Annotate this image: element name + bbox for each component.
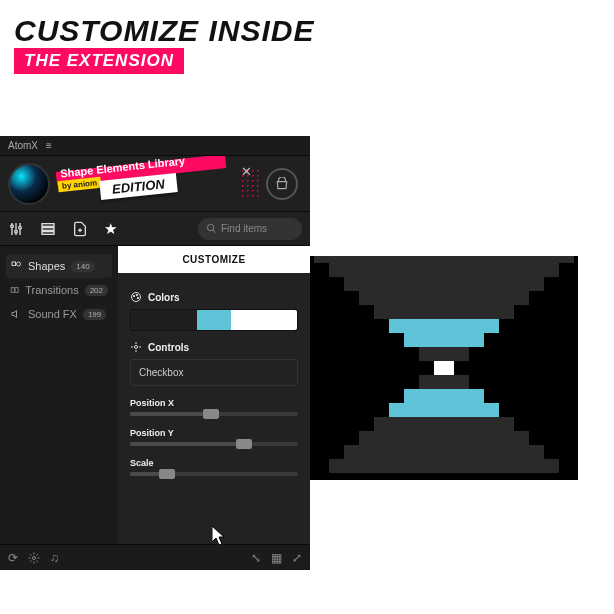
refresh-icon[interactable]: ⟳ — [8, 551, 18, 565]
window-titlebar: AtomX ≡ — [0, 136, 310, 156]
color-swatch[interactable] — [231, 310, 264, 330]
gear-icon[interactable] — [28, 552, 40, 564]
search-icon — [206, 223, 217, 234]
svg-rect-8 — [42, 231, 54, 234]
transitions-icon — [10, 284, 19, 296]
color-swatch[interactable] — [131, 310, 164, 330]
svg-point-20 — [136, 294, 138, 296]
favorites-icon[interactable]: ★ — [104, 220, 117, 238]
color-swatch[interactable] — [197, 310, 230, 330]
svg-point-3 — [11, 225, 14, 228]
slider-position-x: Position X — [130, 398, 298, 416]
close-icon[interactable]: ✕ — [241, 164, 252, 179]
svg-point-14 — [17, 262, 21, 266]
sidebar-item-label: Sound FX — [28, 308, 77, 320]
heading-line2: THE EXTENSION — [14, 48, 184, 74]
color-swatch[interactable] — [264, 310, 297, 330]
svg-line-12 — [213, 230, 216, 233]
svg-point-21 — [137, 297, 139, 299]
color-swatch[interactable] — [164, 310, 197, 330]
toolbar: ★ Find items — [0, 212, 310, 246]
sidebar-item-label: Shapes — [28, 260, 65, 272]
svg-point-19 — [133, 295, 135, 297]
svg-point-22 — [135, 346, 138, 349]
music-icon[interactable]: ♫ — [50, 551, 59, 565]
sidebar-item-soundfx[interactable]: Sound FX 199 — [6, 302, 112, 326]
sidebar-item-count: 202 — [85, 285, 108, 296]
sidebar-item-count: 199 — [83, 309, 106, 320]
slider-thumb[interactable] — [203, 409, 219, 419]
slider-label: Scale — [130, 458, 298, 468]
heading-line1: CUSTOMIZE INSIDE — [14, 14, 614, 48]
library-banner: Shape Elements Library by aniom EDITION … — [0, 156, 310, 212]
checkbox-control[interactable]: Checkbox — [130, 359, 298, 386]
colors-heading: Colors — [130, 291, 298, 303]
svg-point-5 — [19, 226, 22, 229]
page-heading: CUSTOMIZE INSIDE THE EXTENSION — [14, 14, 614, 74]
svg-rect-7 — [42, 227, 54, 230]
search-input[interactable]: Find items — [198, 218, 302, 240]
sidebar-item-count: 140 — [71, 261, 94, 272]
sliders-icon[interactable] — [8, 221, 24, 237]
slider-position-y: Position Y — [130, 428, 298, 446]
slider-track[interactable] — [130, 412, 298, 416]
controls-icon — [130, 341, 142, 353]
animation-preview — [310, 256, 578, 480]
category-sidebar: Shapes 140 Transitions 202 Sound FX 199 — [0, 246, 118, 544]
svg-point-27 — [33, 556, 36, 559]
tab-customize[interactable]: CUSTOMIZE — [118, 246, 310, 273]
shop-button[interactable] — [266, 168, 298, 200]
slider-label: Position Y — [130, 428, 298, 438]
shapes-icon — [10, 260, 22, 272]
sidebar-item-transitions[interactable]: Transitions 202 — [6, 278, 112, 302]
controls-heading: Controls — [130, 341, 298, 353]
palette-icon — [130, 291, 142, 303]
svg-point-18 — [132, 293, 141, 302]
slider-scale: Scale — [130, 458, 298, 476]
svg-rect-16 — [15, 288, 18, 293]
slider-label: Position X — [130, 398, 298, 408]
collapse-icon[interactable]: ⤡ — [251, 551, 261, 565]
atom-logo-icon — [8, 163, 50, 205]
svg-marker-17 — [12, 311, 17, 318]
svg-point-4 — [15, 230, 18, 233]
expand-icon[interactable]: ⤢ — [292, 551, 302, 565]
svg-rect-15 — [11, 288, 14, 293]
svg-point-11 — [207, 224, 213, 230]
add-file-icon[interactable] — [72, 221, 88, 237]
slider-thumb[interactable] — [236, 439, 252, 449]
slider-thumb[interactable] — [159, 469, 175, 479]
bag-icon — [275, 177, 289, 191]
panel-footer: ⟳ ♫ ⤡ ▦ ⤢ — [0, 544, 310, 570]
search-placeholder: Find items — [221, 223, 267, 234]
sidebar-item-shapes[interactable]: Shapes 140 — [6, 254, 112, 278]
sidebar-item-label: Transitions — [25, 284, 78, 296]
panel-menu-icon[interactable]: ≡ — [46, 140, 52, 151]
slider-track[interactable] — [130, 442, 298, 446]
customize-panel: CUSTOMIZE Colors Controls Checkbox Posit… — [118, 246, 310, 544]
layout-icon[interactable] — [40, 221, 56, 237]
color-swatches — [130, 309, 298, 331]
app-title: AtomX — [8, 140, 38, 151]
svg-rect-13 — [12, 262, 16, 266]
sound-icon — [10, 308, 22, 320]
grid-icon[interactable]: ▦ — [271, 551, 282, 565]
svg-rect-6 — [42, 223, 54, 226]
slider-track[interactable] — [130, 472, 298, 476]
extension-panel: AtomX ≡ Shape Elements Library by aniom … — [0, 136, 310, 570]
